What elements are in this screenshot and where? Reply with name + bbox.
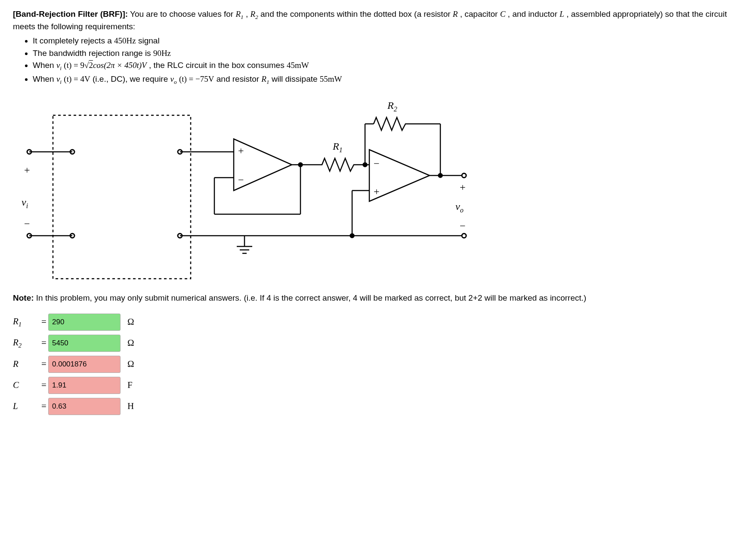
answer-label-L: L: [13, 400, 40, 412]
bullet-2: The bandwidth rejection range is 90Hz: [33, 48, 742, 59]
bullet-3: When vi (t) = 9√2cos(2π × 450t)V , the R…: [33, 60, 742, 72]
problem-title: [Band-Rejection Filter (BRF)]:: [13, 9, 128, 18]
answer-row-R: R = Ω: [13, 356, 742, 373]
answer-row-C: C = F: [13, 377, 742, 394]
vo-label: vo: [455, 201, 464, 214]
sym-R: R: [453, 9, 458, 18]
answer-label-R: R: [13, 358, 40, 370]
opamp2-minus: −: [374, 158, 380, 169]
answer-label-R1: R1: [13, 315, 40, 329]
R1-label: R1: [332, 141, 343, 154]
svg-rect-2: [53, 115, 191, 279]
answer-input-R[interactable]: [48, 356, 121, 373]
vi-label: vi: [22, 197, 28, 209]
opamp1-plus: +: [238, 145, 244, 156]
vo-minus-label: −: [460, 220, 466, 231]
answer-label-R2: R2: [13, 336, 40, 350]
answer-label-C: C: [13, 379, 40, 391]
answer-row-R1: R1 = Ω: [13, 314, 742, 331]
answer-input-L[interactable]: [48, 398, 121, 415]
circuit-diagram: + vi − + − R1 − +: [16, 98, 742, 283]
note: Note: In this problem, you may only subm…: [13, 292, 742, 304]
problem-statement: [Band-Rejection Filter (BRF)]: You are t…: [13, 9, 742, 33]
sym-R2: R2: [251, 9, 258, 18]
answers-block: R1 = Ω R2 = Ω R = Ω C = F L = H: [13, 314, 742, 415]
answer-unit-C: F: [127, 379, 133, 391]
answer-input-C[interactable]: [48, 377, 121, 394]
bullet-4: When vi (t) = 4V (i.e., DC), we require …: [33, 74, 742, 86]
R2-label: R2: [387, 100, 397, 113]
intro-text-2: and the components within the dotted box…: [260, 9, 453, 18]
note-text: In this problem, you may only submit num…: [36, 293, 586, 302]
answer-unit-R2: Ω: [127, 337, 134, 349]
intro-text-3: , capacitor: [460, 9, 500, 18]
answer-row-R2: R2 = Ω: [13, 335, 742, 352]
comma: ,: [246, 9, 251, 18]
intro-text-1: You are to choose values for: [130, 9, 235, 18]
answer-unit-L: H: [127, 400, 134, 412]
answer-row-L: L = H: [13, 398, 742, 415]
opamp1-minus: −: [238, 174, 244, 185]
vi-plus-label: +: [24, 164, 30, 175]
sym-R1: R1: [235, 9, 243, 18]
vi-minus-label: −: [24, 218, 30, 229]
sym-L: L: [560, 9, 564, 18]
intro-text-4: , and inductor: [508, 9, 560, 18]
sym-C: C: [500, 9, 506, 18]
opamp2-plus: +: [374, 186, 380, 197]
answer-unit-R: Ω: [127, 358, 134, 370]
bullet-1: It completely rejects a 450Hz signal: [33, 35, 742, 47]
vo-plus-label: +: [460, 182, 466, 193]
answer-input-R1[interactable]: [48, 314, 121, 331]
requirements-list: It completely rejects a 450Hz signal The…: [13, 35, 742, 86]
answer-unit-R1: Ω: [127, 316, 134, 328]
answer-input-R2[interactable]: [48, 335, 121, 352]
note-label: Note:: [13, 293, 34, 302]
